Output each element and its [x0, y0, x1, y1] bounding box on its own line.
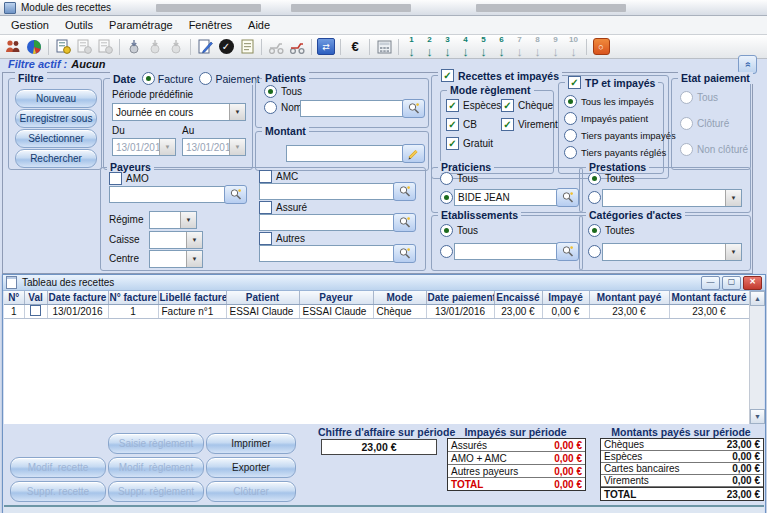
assure-search-button[interactable]: [393, 213, 416, 232]
menu-parametrage[interactable]: Paramétrage: [101, 17, 181, 33]
montant-input[interactable]: [286, 145, 406, 162]
centre-select[interactable]: ▼: [149, 250, 203, 268]
money-entry-3-icon[interactable]: [166, 37, 186, 56]
du-date-field[interactable]: 13/01/2016▼: [112, 138, 176, 156]
col-header-montant-facture[interactable]: Montant facturé: [669, 291, 749, 305]
gratuit-checkbox[interactable]: ✓Gratuit: [446, 137, 493, 150]
amc-input[interactable]: [259, 183, 397, 200]
col-header-impaye[interactable]: Impayé: [542, 291, 589, 305]
categories-select[interactable]: ▼: [602, 243, 742, 261]
menu-gestion[interactable]: Gestion: [3, 17, 57, 33]
col-header-num[interactable]: N°: [4, 291, 24, 305]
report-2-icon[interactable]: [74, 37, 94, 56]
currency-button[interactable]: €: [345, 37, 365, 56]
praticien-input[interactable]: BIDE JEAN: [454, 189, 560, 206]
menu-outils[interactable]: Outils: [57, 17, 101, 33]
patient-name-input[interactable]: [300, 100, 406, 117]
recettes-checkbox[interactable]: ✓: [441, 69, 454, 82]
autres-input[interactable]: [259, 245, 397, 262]
amo-checkbox[interactable]: AMO: [109, 172, 149, 185]
quick-filter-6-button[interactable]: 6↓: [493, 37, 510, 56]
quick-filter-4-button[interactable]: 4↓: [457, 37, 474, 56]
patients-icon[interactable]: [3, 37, 23, 56]
quick-filter-3-button[interactable]: 3↓: [439, 37, 456, 56]
col-header-num-facture[interactable]: N° facture: [108, 291, 158, 305]
etat-cloture-radio[interactable]: Clôturé: [680, 117, 729, 130]
vertical-scrollbar[interactable]: ▲ ▼: [749, 291, 764, 424]
col-header-encaisse[interactable]: Encaissé: [494, 291, 542, 305]
quick-filter-2-button[interactable]: 2↓: [421, 37, 438, 56]
col-header-payeur[interactable]: Payeur: [299, 291, 373, 305]
caisse-select[interactable]: ▼: [149, 231, 203, 249]
date-paiement-radio[interactable]: Paiement: [199, 72, 259, 85]
exporter-button[interactable]: Exporter: [206, 457, 296, 478]
recettes-report-icon[interactable]: [53, 37, 73, 56]
quit-button[interactable]: ○: [591, 37, 611, 56]
especes-checkbox[interactable]: ✓Espèces: [446, 99, 501, 112]
menu-fenetres[interactable]: Fenêtres: [181, 17, 240, 33]
col-header-patient[interactable]: Patient: [226, 291, 299, 305]
suppr-recette-button[interactable]: Suppr. recette: [10, 481, 106, 502]
col-header-date-paiement[interactable]: Date paiement: [426, 291, 494, 305]
quick-filter-9-button[interactable]: 9↓: [547, 37, 564, 56]
statistics-icon[interactable]: [24, 37, 44, 56]
scroll-down-icon[interactable]: ▼: [750, 409, 765, 424]
assure-input[interactable]: [259, 214, 397, 231]
etablissements-tous-radio[interactable]: Tous: [440, 224, 478, 237]
amo-input[interactable]: [109, 186, 229, 203]
minimize-button[interactable]: —: [701, 276, 720, 290]
menu-aide[interactable]: Aide: [240, 17, 278, 33]
autres-search-button[interactable]: [393, 244, 416, 263]
edit-document-button[interactable]: [195, 37, 215, 56]
praticiens-select-radio[interactable]: [440, 191, 453, 204]
quick-filter-1-button[interactable]: 1↓: [403, 37, 420, 56]
tp-tiers-impayes-radio[interactable]: Tiers payants impayés: [564, 129, 676, 142]
col-header-val[interactable]: Val: [24, 291, 47, 305]
modif-reglement-button[interactable]: Modif. règlement: [108, 457, 204, 478]
tp-impayes-patient-radio[interactable]: Impayés patient: [564, 112, 648, 125]
col-header-date-facture[interactable]: Date facture: [47, 291, 108, 305]
col-header-montant-paye[interactable]: Montant payé: [589, 291, 669, 305]
autres-checkbox[interactable]: Autres: [259, 232, 305, 245]
praticiens-tous-radio[interactable]: Tous: [440, 172, 478, 185]
regime-select[interactable]: ▼: [149, 211, 197, 229]
etablissements-select-radio[interactable]: [440, 245, 453, 258]
etablissement-search-button[interactable]: [556, 242, 579, 261]
assure-checkbox[interactable]: Assuré: [259, 201, 307, 214]
cloturer-button[interactable]: Clôturer: [206, 481, 296, 502]
delivery-1-button[interactable]: [266, 37, 286, 56]
calculator-button[interactable]: [374, 37, 394, 56]
virement-checkbox[interactable]: ✓Virement: [501, 118, 558, 131]
saisie-reglement-button[interactable]: Saisie règlement: [108, 433, 204, 454]
categories-toutes-radio[interactable]: Toutes: [588, 224, 634, 237]
quick-filter-5-button[interactable]: 5↓: [475, 37, 492, 56]
selectionner-button[interactable]: Sélectionner: [15, 129, 97, 148]
quick-filter-8-button[interactable]: 8↓: [529, 37, 546, 56]
col-header-mode[interactable]: Mode: [373, 291, 426, 305]
prestations-select[interactable]: ▼: [602, 189, 742, 207]
report-3-icon[interactable]: [95, 37, 115, 56]
tp-tous-impayes-radio[interactable]: Tous les impayés: [564, 95, 654, 108]
categories-select-radio[interactable]: [588, 245, 601, 258]
periode-predefinie-select[interactable]: Journée en cours▼: [112, 103, 246, 121]
tp-tiers-regles-radio[interactable]: Tiers payants réglés: [564, 146, 666, 159]
col-header-libelle[interactable]: Libellé facture: [158, 291, 226, 305]
amo-search-button[interactable]: [224, 185, 247, 204]
date-facture-radio[interactable]: Facture: [142, 72, 194, 85]
tp-checkbox[interactable]: ✓: [568, 76, 581, 89]
quick-filter-7-button[interactable]: 7↓: [511, 37, 528, 56]
cb-checkbox[interactable]: ✓CB: [446, 118, 477, 131]
etat-non-cloture-radio[interactable]: Non clôturé: [680, 143, 748, 156]
prestations-toutes-radio[interactable]: Toutes: [588, 172, 634, 185]
validate-button[interactable]: ✓: [216, 37, 236, 56]
patient-search-button[interactable]: [402, 99, 425, 118]
amc-checkbox[interactable]: AMC: [259, 170, 298, 183]
refresh-button[interactable]: ⇄: [316, 37, 336, 56]
etat-tous-radio[interactable]: Tous: [680, 91, 718, 104]
modif-recette-button[interactable]: Modif. recette: [10, 457, 106, 478]
prestations-select-radio[interactable]: [588, 191, 601, 204]
table-row[interactable]: 1 13/01/2016 1 Facture n°1 ESSAI Claude …: [4, 305, 749, 319]
tableau-titlebar[interactable]: Tableau des recettes — ▢ ✕: [3, 275, 765, 291]
praticien-search-button[interactable]: [556, 188, 579, 207]
rechercher-button[interactable]: Rechercher: [15, 149, 97, 168]
